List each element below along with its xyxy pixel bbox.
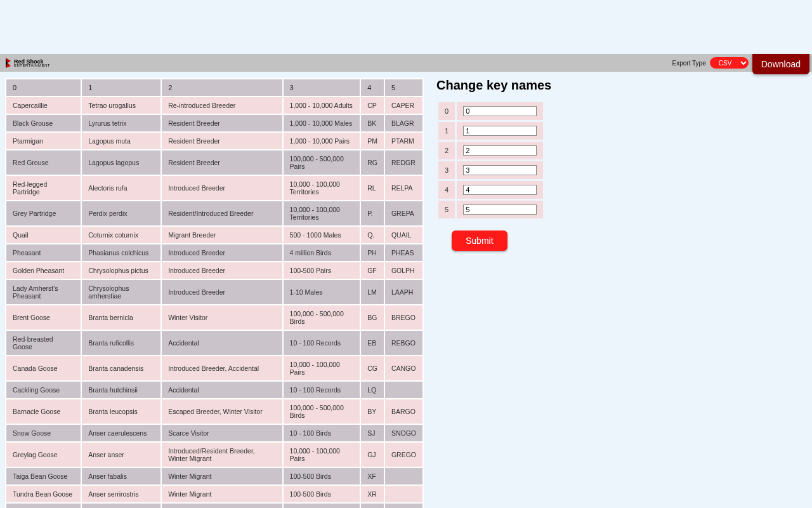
table-cell: Resident Breeder bbox=[162, 133, 282, 149]
table-cell: 500 - 1000 Males bbox=[284, 227, 360, 243]
keys-table: 012345 bbox=[436, 100, 545, 220]
data-panel: 012345 CapercaillieTetrao urogallusRe-in… bbox=[5, 78, 424, 508]
table-cell: 10,000 - 100,000 Pairs bbox=[284, 443, 360, 467]
key-input-4[interactable] bbox=[463, 185, 537, 195]
table-cell: Escaped Breeder, Winter Visitor bbox=[162, 399, 282, 424]
table-row: PtarmiganLagopus mutaResident Breeder1,0… bbox=[6, 133, 422, 149]
table-cell: GOLPH bbox=[385, 262, 422, 279]
table-cell: Resident/Introduced Breeder bbox=[162, 201, 282, 225]
table-cell: Resident Breeder bbox=[162, 115, 282, 131]
table-cell bbox=[385, 486, 422, 502]
table-cell: PTARM bbox=[385, 133, 422, 149]
table-cell: BK bbox=[361, 115, 384, 131]
table-cell: Introduced Breeder bbox=[162, 262, 282, 279]
table-cell: Introduced Breeder bbox=[162, 280, 282, 304]
table-cell bbox=[385, 468, 422, 485]
table-cell: QUAIL bbox=[385, 227, 422, 243]
key-label-5: 5 bbox=[438, 201, 455, 218]
col-header-5: 5 bbox=[385, 79, 422, 96]
key-input-0[interactable] bbox=[463, 106, 537, 116]
table-cell: XF bbox=[361, 468, 384, 485]
table-cell: Grey Partridge bbox=[6, 201, 81, 225]
table-cell: Phasianus colchicus bbox=[82, 244, 160, 261]
table-cell: BG bbox=[361, 305, 384, 330]
table-cell: Anser caerulescens bbox=[82, 425, 160, 441]
table-row: Greylag GooseAnser anserIntroduced/Resid… bbox=[6, 443, 422, 467]
col-header-0: 0 bbox=[6, 79, 81, 96]
table-cell: Pink-footed Goose bbox=[6, 504, 81, 508]
table-cell: Tetrao urogallus bbox=[82, 97, 160, 114]
table-cell: 100,000 - 500,000 Birds bbox=[284, 305, 360, 330]
key-label-3: 3 bbox=[438, 161, 455, 179]
table-cell: Branta bernicla bbox=[82, 305, 160, 330]
table-cell: Quail bbox=[6, 227, 81, 243]
table-cell: 10 - 100 Birds bbox=[284, 425, 360, 441]
table-cell: Winter Migrant bbox=[162, 468, 282, 485]
table-cell: LAAPH bbox=[385, 280, 422, 304]
table-cell: Perdix perdix bbox=[82, 201, 160, 225]
table-cell: 1,000 - 10,000 Pairs bbox=[284, 133, 360, 149]
toolbar-right: Export Type CSV Download bbox=[672, 51, 812, 74]
table-cell: 100-500 Birds bbox=[284, 468, 360, 485]
table-cell: Introduced/Resident Breeder, Winter Migr… bbox=[162, 443, 282, 467]
table-cell: PG bbox=[361, 504, 384, 508]
download-button[interactable]: Download bbox=[752, 54, 809, 74]
table-row: Tundra Bean GooseAnser serrirostrisWinte… bbox=[6, 486, 422, 502]
table-cell: BREGO bbox=[385, 305, 422, 330]
table-cell: EB bbox=[361, 331, 384, 355]
table-cell: SNOGO bbox=[385, 425, 422, 441]
table-row: Golden PheasantChrysolophus pictusIntrod… bbox=[6, 262, 422, 279]
table-cell: Snow Goose bbox=[6, 425, 81, 441]
table-cell: REBGO bbox=[385, 331, 422, 355]
table-cell: Red Grouse bbox=[6, 150, 81, 175]
key-input-5[interactable] bbox=[463, 204, 537, 215]
table-cell: Introduced Breeder bbox=[162, 244, 282, 261]
submit-button[interactable]: Submit bbox=[452, 231, 508, 251]
table-cell: CP bbox=[361, 97, 384, 114]
table-cell: CG bbox=[361, 356, 384, 380]
col-header-2: 2 bbox=[162, 79, 282, 96]
table-cell: LM bbox=[361, 280, 384, 304]
table-cell: Q. bbox=[361, 227, 384, 243]
table-cell: Black Grouse bbox=[6, 115, 81, 131]
table-cell: Ptarmigan bbox=[6, 133, 81, 149]
table-cell: 1-10 Males bbox=[284, 280, 360, 304]
table-row: Black GrouseLyrurus tetrixResident Breed… bbox=[6, 115, 422, 131]
table-cell: Introduced Breeder, Accidental bbox=[162, 356, 282, 380]
data-table: 012345 CapercaillieTetrao urogallusRe-in… bbox=[5, 78, 424, 508]
table-cell: PHEAS bbox=[385, 244, 422, 261]
col-header-1: 1 bbox=[82, 79, 160, 96]
table-row: QuailCoturnix coturnixMigrant Breeder500… bbox=[6, 227, 422, 243]
table-cell: 10,000 - 100,000 Territories bbox=[284, 201, 360, 225]
table-cell: 100-500 Pairs bbox=[284, 262, 360, 279]
table-cell: 100-500 Birds bbox=[284, 486, 360, 502]
table-cell: Chrysolophus pictus bbox=[82, 262, 160, 279]
key-input-2[interactable] bbox=[463, 145, 537, 156]
change-title: Change key names bbox=[436, 78, 807, 93]
key-label-2: 2 bbox=[438, 142, 455, 159]
table-row: Pink-footed GooseAnser brachyrhynchusWin… bbox=[6, 504, 422, 508]
table-cell: Accidental bbox=[162, 331, 282, 355]
table-cell: Lagopus lagopus bbox=[82, 150, 160, 175]
key-label-1: 1 bbox=[438, 122, 455, 140]
table-cell: Migrant Breeder bbox=[162, 227, 282, 243]
table-row: Barnacle GooseBranta leucopsisEscaped Br… bbox=[6, 399, 422, 424]
table-row: CapercaillieTetrao urogallusRe-introduce… bbox=[6, 97, 422, 114]
table-row: Red-breasted GooseBranta ruficollisAccid… bbox=[6, 331, 422, 355]
table-cell: 10 - 100 Records bbox=[284, 331, 360, 355]
table-row: Grey PartridgePerdix perdixResident/Intr… bbox=[6, 201, 422, 225]
table-cell: CAPER bbox=[385, 97, 422, 114]
col-header-4: 4 bbox=[361, 79, 384, 96]
table-cell: PM bbox=[361, 133, 384, 149]
table-cell: Brent Goose bbox=[6, 305, 81, 330]
table-cell: 1,000 - 10,000 Adults bbox=[284, 97, 360, 114]
table-cell: BLAGR bbox=[385, 115, 422, 131]
table-cell: XR bbox=[361, 486, 384, 502]
key-input-3[interactable] bbox=[463, 165, 537, 175]
table-cell: 10,000 - 100,000 Pairs bbox=[284, 356, 360, 380]
table-cell: SJ bbox=[361, 425, 384, 441]
export-type-select[interactable]: CSV bbox=[710, 57, 749, 69]
key-input-1[interactable] bbox=[463, 126, 537, 136]
table-cell: 10 - 100 Records bbox=[284, 382, 360, 398]
col-header-3: 3 bbox=[284, 79, 360, 96]
